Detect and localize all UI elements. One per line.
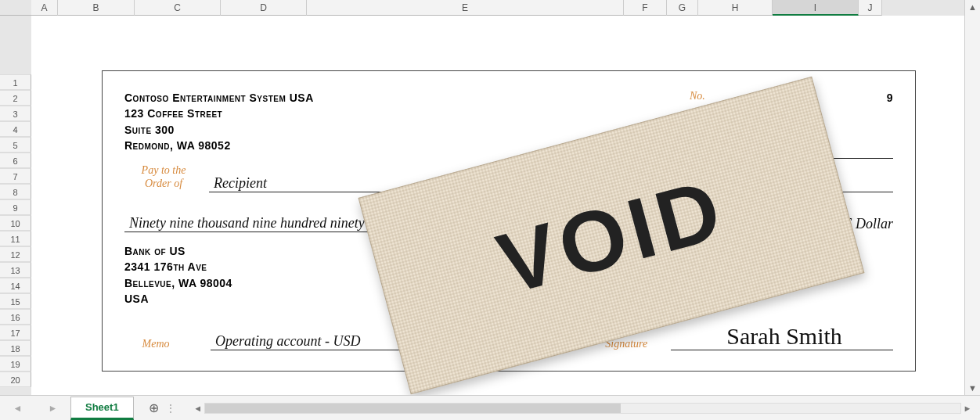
row-header-14[interactable]: 14: [0, 278, 31, 293]
date-row: Date 05/15/2020: [690, 142, 893, 159]
bank-city: Bellevue, WA 98004: [124, 275, 232, 291]
column-header-G[interactable]: G: [667, 0, 698, 16]
payto-label-line2: Order of: [124, 178, 203, 191]
add-sheet-button[interactable]: ⊕: [143, 397, 165, 419]
no-value: 9: [887, 90, 893, 106]
sheet-nav-arrows[interactable]: ◄ ►: [0, 403, 70, 414]
select-all-corner[interactable]: [0, 0, 31, 16]
sheet-next-icon[interactable]: ►: [49, 403, 58, 414]
row-header-16[interactable]: 16: [0, 309, 31, 325]
row-header-13[interactable]: 13: [0, 262, 31, 278]
row-header-4[interactable]: 4: [0, 121, 31, 137]
row-header-18[interactable]: 18: [0, 340, 31, 356]
vertical-scrollbar[interactable]: ▲ ▼: [964, 0, 980, 395]
scroll-up-icon[interactable]: ▲: [965, 0, 980, 14]
column-header-D[interactable]: D: [221, 0, 307, 16]
row-header-1[interactable]: 1: [0, 74, 31, 90]
payto-label: Pay to the Order of: [124, 164, 203, 191]
row-header-17[interactable]: 17: [0, 325, 31, 340]
memo-signature-row: Memo Operating account - USD Signature S…: [124, 323, 893, 350]
tab-sheet1-label: Sheet1: [85, 401, 119, 413]
memo-label: Memo: [124, 338, 187, 350]
signature-value: Sarah Smith: [671, 323, 893, 350]
column-headers: ABCDEFGHIJ: [31, 0, 964, 16]
row-header-8[interactable]: 8: [0, 184, 31, 199]
column-header-F[interactable]: F: [624, 0, 667, 16]
row-header-5[interactable]: 5: [0, 137, 31, 153]
column-header-E[interactable]: E: [307, 0, 624, 16]
plus-icon: ⊕: [149, 400, 159, 415]
row-header-19[interactable]: 19: [0, 356, 31, 372]
currency-symbol: $: [756, 180, 762, 192]
column-header-J[interactable]: J: [859, 0, 882, 16]
amount-words-row: Ninety nine thousand nine hundred ninety…: [124, 215, 893, 232]
hscroll-track[interactable]: [204, 403, 961, 414]
payer-suite: Suite 300: [124, 122, 893, 138]
payer-street: 123 Coffee Street: [124, 106, 893, 121]
row-header-20[interactable]: 20: [0, 372, 31, 387]
memo-value: Operating account - USD: [211, 333, 553, 350]
column-header-A[interactable]: A: [31, 0, 58, 16]
hscroll-thumb[interactable]: [205, 404, 621, 413]
worksheet-canvas[interactable]: Contoso Entertainment System USA 123 Cof…: [31, 16, 964, 395]
row-headers: 1234567891011121314151617181920: [0, 74, 31, 387]
tab-sheet1[interactable]: Sheet1: [70, 397, 134, 420]
horizontal-scrollbar[interactable]: ◄ ►: [192, 401, 974, 415]
bank-street: 2341 176th Ave: [124, 259, 232, 275]
row-header-9[interactable]: 9: [0, 199, 31, 215]
check-shape: Contoso Entertainment System USA 123 Cof…: [102, 70, 916, 372]
check-number-block: No. 9: [690, 90, 893, 106]
column-header-I[interactable]: I: [773, 0, 859, 16]
date-label: Date: [690, 146, 711, 159]
scroll-left-icon[interactable]: ◄: [192, 404, 204, 413]
bank-block: Bank of US 2341 176th Ave Bellevue, WA 9…: [124, 243, 232, 307]
row-header-7[interactable]: 7: [0, 168, 31, 184]
column-header-C[interactable]: C: [135, 0, 221, 16]
amount-numeric: 99,999.99: [768, 175, 893, 192]
date-value: 05/15/2020: [720, 142, 893, 159]
vscroll-track[interactable]: [965, 14, 980, 381]
recipient-value: Recipient: [209, 175, 744, 192]
currency-name: US Dollar: [807, 216, 893, 232]
row-header-10[interactable]: 10: [0, 215, 31, 231]
payto-row: Pay to the Order of Recipient $ 99,999.9…: [124, 164, 893, 192]
row-header-3[interactable]: 3: [0, 106, 31, 121]
signature-label: Signature: [577, 338, 647, 350]
amount-words: Ninety nine thousand nine hundred ninety…: [124, 215, 807, 232]
bank-country: USA: [124, 291, 232, 307]
no-label: No.: [690, 90, 705, 106]
column-header-B[interactable]: B: [58, 0, 135, 16]
row-header-15[interactable]: 15: [0, 293, 31, 309]
scroll-right-icon[interactable]: ►: [961, 404, 974, 413]
sheet-prev-icon[interactable]: ◄: [13, 403, 23, 414]
payto-label-line1: Pay to the: [124, 164, 203, 178]
row-header-11[interactable]: 11: [0, 231, 31, 246]
bank-name: Bank of US: [124, 243, 232, 259]
row-header-12[interactable]: 12: [0, 246, 31, 262]
tab-splitter-icon[interactable]: ⋮: [165, 403, 176, 414]
column-header-H[interactable]: H: [698, 0, 773, 16]
scroll-down-icon[interactable]: ▼: [965, 381, 980, 395]
row-header-2[interactable]: 2: [0, 90, 31, 106]
row-header-6[interactable]: 6: [0, 153, 31, 168]
sheet-tab-bar: ◄ ► Sheet1 ⊕ ⋮ ◄ ►: [0, 395, 980, 420]
